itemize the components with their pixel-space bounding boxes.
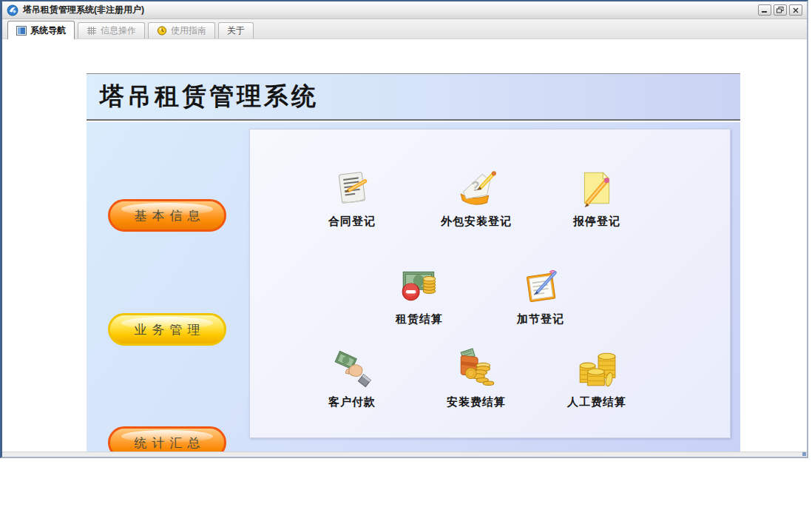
tab-label: 关于: [227, 24, 245, 37]
grid-item-label: 人工费结算: [567, 395, 626, 409]
rental-settlement-item[interactable]: 租赁结算: [364, 264, 475, 332]
coin-stacks-icon: [575, 347, 618, 390]
grid-item-label: 合同登记: [328, 215, 376, 229]
status-strip: [2, 452, 807, 457]
installation-fee-settlement-item[interactable]: 安装费结算: [421, 347, 532, 415]
outsourcing-installation-item[interactable]: ? 外包安装登记: [421, 167, 532, 235]
grid-item-label: 报停登记: [573, 215, 620, 229]
title-bar: 塔吊租赁管理系统(非注册用户): [2, 1, 807, 19]
grid-item-label: 租赁结算: [396, 312, 443, 326]
content-area: 塔吊租赁管理系统 基本信息 业务管理 统计汇总: [2, 39, 807, 452]
labor-fee-settlement-item[interactable]: 人工费结算: [541, 347, 652, 415]
statistics-summary-button[interactable]: 统计汇总: [108, 426, 226, 452]
tab-about[interactable]: 关于: [218, 22, 254, 38]
main-panel: 塔吊租赁管理系统 基本信息 业务管理 统计汇总: [87, 73, 740, 452]
tab-information-operations[interactable]: 信息操作: [78, 22, 145, 38]
wallet-coins-icon: [455, 347, 498, 390]
basic-info-button[interactable]: 基本信息: [108, 199, 226, 232]
notepad-pencil-icon: [331, 167, 373, 209]
clipboard-pen-icon: [519, 264, 562, 307]
stop-report-item[interactable]: 报停登记: [541, 167, 652, 235]
shortcut-panel: 合同登记 ? 外包安装登记: [249, 129, 731, 438]
tab-label: 系统导航: [30, 24, 66, 37]
svg-text:?: ?: [471, 178, 479, 194]
tab-user-guide[interactable]: 使用指南: [148, 22, 215, 38]
tab-bar: 系统导航 信息操作 使用指南 关于: [2, 19, 807, 39]
close-button[interactable]: [789, 4, 802, 16]
contract-registration-item[interactable]: 合同登记: [297, 167, 407, 235]
customer-payment-item[interactable]: 客户付款: [297, 347, 407, 415]
resize-grip-icon[interactable]: [802, 452, 806, 456]
paper-question-pencil-icon: ?: [455, 167, 498, 209]
statistics-summary-label: 统计汇总: [129, 435, 206, 452]
grid-item-label: 加节登记: [517, 312, 564, 326]
business-management-button[interactable]: 业务管理: [108, 313, 226, 346]
hand-banknote-icon: [331, 347, 373, 390]
window-title: 塔吊租赁管理系统(非注册用户): [23, 4, 758, 16]
banknote-coins-minus-icon: [398, 264, 441, 307]
banner: 塔吊租赁管理系统: [87, 74, 740, 121]
grid-item-label: 外包安装登记: [441, 215, 512, 229]
grid-icon: [87, 26, 97, 36]
basic-info-label: 基本信息: [129, 207, 206, 224]
app-window: 塔吊租赁管理系统(非注册用户): [0, 0, 808, 458]
yellow-note-pencil-icon: [575, 167, 618, 209]
yellow-ball-icon: [157, 26, 167, 36]
tab-label: 信息操作: [101, 24, 136, 37]
blue-panel-icon: [16, 26, 27, 36]
business-management-label: 业务管理: [129, 321, 206, 338]
minimize-icon: [762, 7, 768, 13]
grid-item-label: 安装费结算: [447, 395, 506, 409]
minimize-button[interactable]: [758, 4, 771, 16]
close-icon: [793, 7, 799, 13]
restore-button[interactable]: [774, 4, 787, 16]
add-section-registration-item[interactable]: 加节登记: [485, 264, 596, 332]
restore-icon: [777, 7, 784, 13]
grid-item-label: 客户付款: [328, 395, 376, 409]
banner-title: 塔吊租赁管理系统: [100, 80, 319, 113]
tab-system-navigation[interactable]: 系统导航: [7, 21, 75, 39]
tab-label: 使用指南: [171, 24, 206, 37]
app-logo-icon: [7, 4, 18, 16]
panel-body: 基本信息 业务管理 统计汇总: [87, 122, 740, 452]
window-controls: [758, 4, 802, 16]
